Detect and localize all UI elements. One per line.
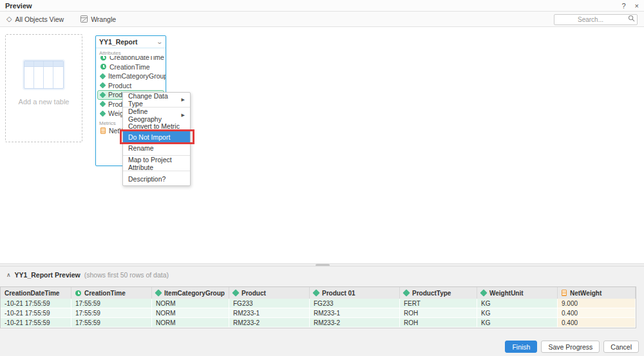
table-cell: NORM — [152, 308, 229, 318]
toolbar: ◇ All Objects View Wrangle — [0, 12, 644, 27]
menu-item[interactable]: Define Geography▶ — [123, 109, 190, 120]
save-progress-button[interactable]: Save Progress — [541, 341, 600, 353]
all-objects-view-button[interactable]: ◇ All Objects View — [6, 15, 64, 23]
preview-dialog: Preview ? × ◇ All Objects View Wrangle — [0, 0, 644, 356]
table-cell: ROH — [400, 318, 477, 328]
table-row: -10-21 17:55:5917:55:59NORMRM233-1RM233-… — [1, 308, 636, 318]
table-cell: 0.400 — [558, 308, 636, 318]
field-context-menu: Change Data Type▶Define Geography▶Conver… — [122, 92, 191, 186]
table-cell: 0.400 — [558, 318, 636, 328]
attribute-item[interactable]: Product — [97, 81, 164, 91]
table-cell: 17:55:59 — [71, 308, 152, 318]
menu-item-label: Do Not Import — [128, 133, 170, 141]
column-header-label: WeightUnit — [489, 290, 524, 297]
attribute-icon — [480, 289, 487, 296]
table-cell: KG — [477, 308, 558, 318]
attribute-icon — [100, 91, 106, 98]
attribute-item[interactable]: ItemCategoryGroup — [97, 71, 164, 81]
column-header-label: Product — [242, 290, 266, 297]
page-title: Preview — [5, 2, 32, 10]
diamond-outline-icon: ◇ — [6, 15, 12, 23]
attribute-icon — [100, 110, 106, 117]
table-cell: -10-21 17:55:59 — [1, 308, 71, 318]
table-cell: -10-21 17:55:59 — [1, 318, 71, 328]
close-button[interactable]: × — [635, 0, 639, 12]
table-cell: KG — [477, 318, 558, 328]
column-header-label: Product 01 — [322, 290, 355, 297]
table-cell: RM233-2 — [310, 318, 400, 328]
column-header[interactable]: ItemCategoryGroup — [152, 287, 229, 299]
cancel-button[interactable]: Cancel — [603, 341, 639, 353]
attribute-item[interactable]: CreationTime — [97, 62, 164, 72]
table-row: -10-21 17:55:5917:55:59NORMRM233-2RM233-… — [1, 318, 636, 328]
menu-item[interactable]: Description? — [123, 173, 190, 184]
collapse-chevron-icon[interactable]: ∧ — [6, 272, 11, 278]
metric-icon — [100, 127, 106, 134]
preview-table-body: -10-21 17:55:5917:55:59NORMFG233FG233FER… — [1, 299, 636, 328]
table-cell: FG233 — [229, 299, 310, 308]
menu-item-label: Convert to Metric — [128, 122, 180, 130]
add-table-label: Add a new table — [19, 98, 70, 106]
preview-panel: ∧ YY1_Report Preview (shows first 50 row… — [0, 266, 644, 356]
table-cell: 17:55:59 — [71, 318, 152, 328]
table-row: -10-21 17:55:5917:55:59NORMFG233FG233FER… — [1, 299, 636, 308]
window-controls: ? × — [621, 0, 639, 12]
column-header[interactable]: Product — [229, 287, 310, 299]
search-icon — [628, 15, 635, 22]
wrangle-button[interactable]: Wrangle — [80, 15, 116, 23]
column-header[interactable]: ProductType — [400, 287, 477, 299]
column-header-label: ItemCategoryGroup — [164, 290, 225, 297]
preview-title: YY1_Report Preview — [15, 271, 80, 279]
column-header[interactable]: CreationTime — [71, 287, 152, 299]
metric-icon — [562, 290, 567, 296]
attribute-icon — [100, 82, 106, 89]
preview-subtitle: (shows first 50 rows of data) — [84, 271, 169, 279]
table-cell: 9.000 — [558, 299, 636, 308]
help-button[interactable]: ? — [621, 0, 625, 12]
table-cell: KG — [477, 299, 558, 308]
finish-button[interactable]: Finish — [505, 341, 537, 353]
attribute-icon — [232, 289, 239, 296]
chevron-down-icon[interactable]: ⌄ — [156, 39, 164, 45]
menu-item-label: Change Data Type — [128, 92, 182, 108]
column-header-label: CreationTime — [84, 290, 126, 297]
column-header-label: ProductType — [412, 290, 451, 297]
wrangle-label: Wrangle — [91, 15, 116, 23]
attributes-section-label: Attributes — [96, 48, 166, 56]
submenu-arrow-icon: ▶ — [182, 97, 185, 102]
menu-item[interactable]: Convert to Metric — [123, 120, 190, 131]
column-header[interactable]: CreationDateTime — [1, 287, 71, 299]
column-header[interactable]: NetWeight — [558, 287, 636, 299]
column-header[interactable]: Product 01 — [310, 287, 400, 299]
attribute-item-label: Product — [108, 82, 131, 89]
search-input[interactable] — [554, 14, 638, 25]
table-cell: RM233-1 — [229, 308, 310, 318]
table-icon — [24, 61, 64, 89]
add-new-table-box[interactable]: Add a new table — [5, 34, 82, 142]
menu-item-label: Map to Project Attribute — [128, 156, 185, 171]
column-header[interactable]: WeightUnit — [477, 287, 558, 299]
table-cell: FERT — [400, 299, 477, 308]
attribute-icon — [312, 289, 319, 296]
menu-item[interactable]: Change Data Type▶ — [123, 94, 190, 105]
preview-table-header-row: CreationDateTimeCreationTimeItemCategory… — [1, 287, 636, 299]
table-cell: -10-21 17:55:59 — [1, 299, 71, 308]
table-cell: NORM — [152, 299, 229, 308]
menu-item[interactable]: Rename — [123, 142, 190, 153]
attribute-item-label: ItemCategoryGroup — [108, 72, 166, 80]
attribute-item-label: CreationDateTime — [109, 56, 164, 61]
attribute-item[interactable]: CreationDateTime — [97, 56, 164, 62]
menu-item[interactable]: Map to Project Attribute — [123, 158, 190, 169]
wrangle-icon — [80, 15, 88, 23]
column-header-label: NetWeight — [570, 290, 601, 297]
table-cell: FG233 — [310, 299, 400, 308]
time-icon — [100, 56, 106, 61]
dataset-card-header[interactable]: YY1_Report ⌄ — [96, 36, 166, 48]
attribute-icon — [100, 73, 106, 79]
menu-item[interactable]: Do Not Import — [123, 131, 190, 142]
table-cell: ROH — [400, 308, 477, 318]
submenu-arrow-icon: ▶ — [182, 113, 185, 118]
table-cell: RM233-1 — [310, 308, 400, 318]
time-icon — [75, 290, 81, 296]
attribute-icon — [100, 101, 106, 108]
